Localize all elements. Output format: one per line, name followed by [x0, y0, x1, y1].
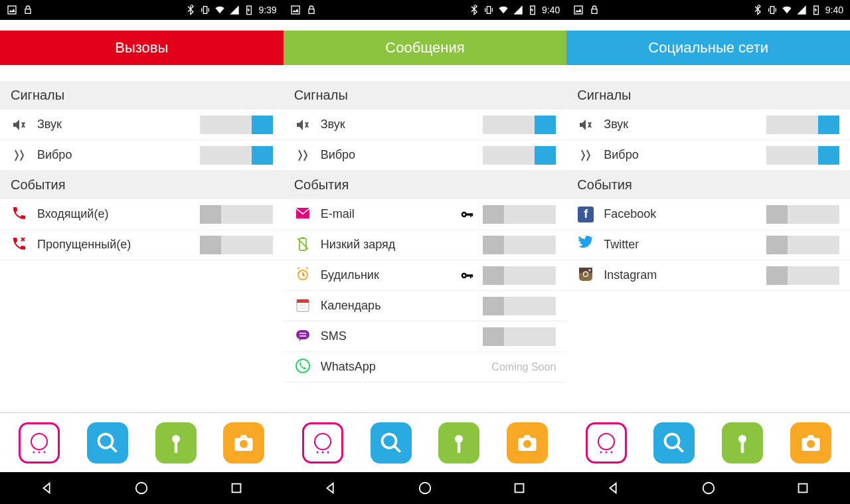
vibro-icon — [294, 147, 311, 164]
status-time: 9:39 — [258, 5, 276, 15]
tab-header[interactable]: Сообщения — [284, 31, 567, 65]
event-row: Instagram — [566, 260, 850, 291]
svg-rect-19 — [309, 9, 314, 14]
search-app-icon[interactable] — [87, 422, 128, 463]
svg-point-9 — [44, 451, 46, 453]
toggle-switch[interactable] — [200, 236, 273, 254]
svg-rect-36 — [470, 274, 471, 278]
camera-app-icon[interactable] — [223, 422, 264, 463]
event-row: Пропущенный(е) — [0, 230, 284, 260]
svg-rect-30 — [301, 237, 304, 238]
image-icon — [573, 5, 584, 15]
image-icon — [290, 5, 301, 15]
camera-app-icon[interactable] — [507, 422, 548, 463]
toggle-switch[interactable] — [766, 266, 839, 285]
sound-icon — [11, 116, 28, 133]
tab-header[interactable]: Вызовы — [0, 31, 284, 65]
pin-app-icon[interactable] — [155, 422, 197, 463]
svg-rect-2 — [204, 7, 207, 14]
toggle-switch[interactable] — [200, 205, 273, 224]
events-header: События — [284, 171, 567, 199]
vibro-label: Вибро — [604, 148, 766, 162]
pin-app-icon[interactable] — [438, 422, 479, 463]
svg-point-48 — [321, 451, 323, 453]
battery-charging-icon — [527, 5, 538, 15]
clock-app-icon[interactable] — [586, 422, 627, 463]
lock-icon — [306, 5, 317, 15]
signal-icon — [796, 5, 807, 15]
wifi-icon — [782, 5, 792, 15]
svg-point-69 — [598, 434, 614, 450]
svg-rect-80 — [798, 484, 807, 493]
android-nav-bar — [566, 472, 850, 504]
tab-label: Сообщения — [385, 39, 464, 56]
sound-label: Звук — [321, 118, 483, 131]
toggle-switch[interactable] — [766, 146, 839, 165]
panel-2: 9:40 Социальные сети Сигналы Звук Вибро … — [566, 0, 850, 504]
bluetooth-icon — [752, 5, 763, 15]
event-label: Twitter — [604, 238, 766, 252]
status-bar: 9:40 — [284, 0, 567, 20]
svg-point-52 — [455, 435, 463, 443]
event-label: WhatsApp — [321, 360, 477, 374]
sound-icon — [577, 116, 594, 133]
svg-line-11 — [110, 446, 116, 452]
event-label: Instagram — [604, 268, 766, 282]
recent-button[interactable] — [229, 481, 244, 495]
svg-rect-18 — [292, 6, 299, 14]
lock-icon — [23, 5, 33, 15]
battery-charging-icon — [811, 5, 821, 15]
pin-app-icon[interactable] — [722, 422, 763, 463]
bottom-nav — [284, 412, 567, 472]
wifi-icon — [214, 5, 225, 15]
toggle-switch[interactable] — [483, 327, 556, 346]
toggle-switch[interactable] — [483, 116, 556, 134]
home-button[interactable] — [701, 481, 716, 495]
svg-point-15 — [240, 440, 248, 448]
vibro-icon — [577, 147, 594, 164]
clock-app-icon[interactable] — [19, 422, 60, 463]
android-nav-bar — [284, 472, 567, 504]
clock-app-icon[interactable] — [302, 422, 343, 463]
whatsapp-icon — [295, 358, 311, 377]
svg-point-49 — [327, 451, 329, 453]
phone-missed-icon — [11, 236, 27, 254]
battery-low-icon — [295, 236, 311, 254]
vibro-icon — [11, 147, 28, 164]
recent-button[interactable] — [512, 481, 527, 495]
svg-point-16 — [136, 483, 147, 494]
back-button[interactable] — [40, 481, 54, 495]
vibro-row: Вибро — [566, 140, 850, 171]
event-label: Будильник — [321, 268, 457, 282]
back-button[interactable] — [323, 481, 338, 495]
svg-point-75 — [738, 435, 746, 443]
search-app-icon[interactable] — [371, 422, 412, 463]
event-row: WhatsApp Coming Soon — [284, 352, 567, 382]
toggle-switch[interactable] — [766, 236, 839, 254]
toggle-switch[interactable] — [483, 266, 556, 285]
toggle-switch[interactable] — [483, 297, 556, 315]
camera-app-icon[interactable] — [790, 422, 831, 463]
search-app-icon[interactable] — [653, 422, 695, 463]
svg-point-70 — [600, 451, 602, 453]
key-icon — [456, 208, 477, 221]
tab-header[interactable]: Социальные сети — [566, 31, 850, 65]
svg-rect-37 — [472, 274, 473, 277]
toggle-switch[interactable] — [766, 205, 839, 224]
svg-rect-0 — [8, 6, 16, 14]
svg-rect-20 — [487, 7, 490, 14]
bluetooth-icon — [469, 5, 479, 15]
back-button[interactable] — [606, 481, 621, 495]
bottom-nav — [566, 412, 850, 472]
toggle-switch[interactable] — [766, 116, 839, 134]
toggle-switch[interactable] — [483, 205, 556, 224]
image-icon — [7, 5, 17, 15]
toggle-switch[interactable] — [200, 146, 273, 165]
home-button[interactable] — [418, 481, 432, 495]
toggle-switch[interactable] — [483, 146, 556, 165]
toggle-switch[interactable] — [200, 116, 273, 134]
home-button[interactable] — [134, 481, 149, 495]
recent-button[interactable] — [796, 481, 810, 495]
bluetooth-icon — [185, 5, 196, 15]
toggle-switch[interactable] — [483, 236, 556, 254]
